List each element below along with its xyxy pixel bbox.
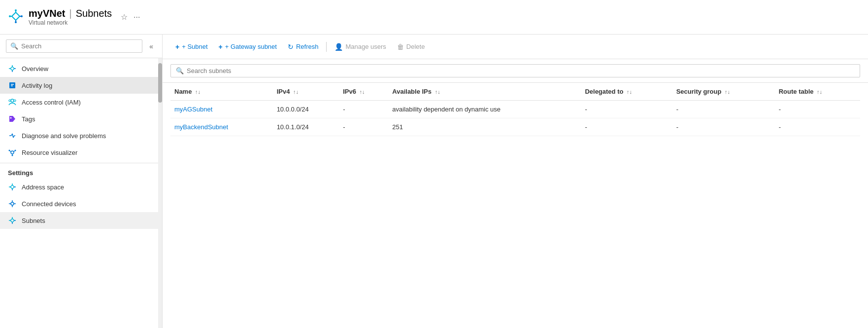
svg-point-21 <box>10 117 12 119</box>
col-security-group[interactable]: Security group ↑↓ <box>672 83 775 101</box>
manage-users-button[interactable]: 👤 Manage users <box>330 40 391 53</box>
sidebar-item-label-activity-log: Activity log <box>22 82 52 89</box>
favorite-button[interactable]: ☆ <box>119 10 130 24</box>
sidebar-item-label-visualizer: Resource visualizer <box>22 149 77 156</box>
svg-marker-34 <box>10 185 14 189</box>
header-separator: | <box>69 8 71 19</box>
subnets-icon <box>8 216 17 225</box>
row1-delegated-to: - <box>581 101 672 118</box>
row1-name-link[interactable]: myAGSubnet <box>174 106 212 113</box>
azure-logo <box>8 8 24 26</box>
row2-name[interactable]: myBackendSubnet <box>170 118 273 136</box>
sidebar-item-subnets[interactable]: Subnets <box>0 212 162 229</box>
refresh-button[interactable]: ↻ Refresh <box>283 40 324 53</box>
table-header-row: Name ↑↓ IPv4 ↑↓ IPv6 ↑↓ Available IPs <box>170 83 860 101</box>
svg-point-39 <box>11 202 14 205</box>
subnets-table: Name ↑↓ IPv4 ↑↓ IPv6 ↑↓ Available IPs <box>170 83 860 136</box>
sidebar: 🔍 « Overview Activity log <box>0 35 163 328</box>
search-subnets-box[interactable]: 🔍 <box>170 64 860 77</box>
svg-point-6 <box>21 15 23 17</box>
col-available-ips-sort: ↑↓ <box>435 89 440 95</box>
col-ipv4[interactable]: IPv4 ↑↓ <box>273 83 339 101</box>
sidebar-item-activity-log[interactable]: Activity log <box>0 77 162 94</box>
sidebar-search-input[interactable] <box>21 42 138 50</box>
delete-icon: 🗑 <box>397 43 404 51</box>
svg-point-7 <box>15 9 17 11</box>
col-route-table-sort: ↑↓ <box>817 89 822 95</box>
main-layout: 🔍 « Overview Activity log <box>0 35 868 328</box>
svg-marker-9 <box>10 67 14 71</box>
row2-name-link[interactable]: myBackendSubnet <box>174 123 228 131</box>
sidebar-item-label-iam: Access control (IAM) <box>22 99 81 106</box>
search-input-box[interactable]: 🔍 <box>6 39 142 53</box>
svg-point-8 <box>15 21 17 23</box>
col-route-table-label: Route table <box>779 88 814 95</box>
add-subnet-label: + Subnet <box>182 43 207 50</box>
sidebar-item-overview[interactable]: Overview <box>0 60 162 77</box>
overview-icon <box>8 64 17 73</box>
col-available-ips-label: Available IPs <box>392 88 432 95</box>
resource-type: Virtual network <box>29 19 112 26</box>
row1-available-ips: availability dependent on dynamic use <box>388 101 581 118</box>
add-gateway-subnet-button[interactable]: + + Gateway subnet <box>214 40 282 53</box>
sidebar-item-label-address-space: Address space <box>22 183 64 191</box>
scroll-thumb[interactable] <box>158 63 162 103</box>
col-available-ips[interactable]: Available IPs ↑↓ <box>388 83 581 101</box>
refresh-icon: ↻ <box>288 43 294 51</box>
add-subnet-button[interactable]: + + Subnet <box>170 40 213 53</box>
manage-users-icon: 👤 <box>334 43 343 51</box>
col-name-sort: ↑↓ <box>195 89 200 95</box>
col-ipv6-sort: ↑↓ <box>360 89 365 95</box>
col-security-group-sort: ↑↓ <box>725 89 730 95</box>
table-row: myAGSubnet 10.0.0.0/24 - availability de… <box>170 101 860 118</box>
toolbar-separator-1 <box>326 42 327 52</box>
scroll-track <box>158 58 162 328</box>
sidebar-item-label-overview: Overview <box>22 65 48 73</box>
row2-ipv4: 10.0.1.0/24 <box>273 118 339 136</box>
sidebar-item-resource-visualizer[interactable]: Resource visualizer <box>0 144 162 161</box>
search-subnets-input[interactable] <box>187 67 855 74</box>
sidebar-item-label-diagnose: Diagnose and solve problems <box>22 132 106 140</box>
sidebar-item-label-connected-devices: Connected devices <box>22 200 76 208</box>
row2-security-group: - <box>672 118 775 136</box>
delete-button[interactable]: 🗑 Delete <box>392 40 430 53</box>
visualizer-icon <box>8 148 17 157</box>
col-delegated-to[interactable]: Delegated to ↑↓ <box>581 83 672 101</box>
manage-users-label: Manage users <box>345 43 386 50</box>
sidebar-item-address-space[interactable]: Address space <box>0 179 162 195</box>
iam-icon <box>8 98 17 107</box>
connected-devices-icon <box>8 199 17 208</box>
sidebar-item-diagnose[interactable]: Diagnose and solve problems <box>0 127 162 144</box>
row1-route-table: - <box>775 101 860 118</box>
sidebar-item-connected-devices[interactable]: Connected devices <box>0 195 162 212</box>
sidebar-item-tags[interactable]: Tags <box>0 110 162 127</box>
refresh-label: Refresh <box>296 43 319 50</box>
col-name[interactable]: Name ↑↓ <box>170 83 273 101</box>
col-ipv4-sort: ↑↓ <box>293 89 299 95</box>
sidebar-collapse-button[interactable]: « <box>146 41 156 51</box>
toolbar: + + Subnet + + Gateway subnet ↻ Refresh … <box>163 35 868 59</box>
sidebar-item-access-control[interactable]: Access control (IAM) <box>0 94 162 110</box>
add-gateway-icon: + <box>219 43 223 51</box>
table-row: myBackendSubnet 10.0.1.0/24 - 251 - - - <box>170 118 860 136</box>
more-options-button[interactable]: ··· <box>132 11 142 24</box>
sidebar-item-label-subnets: Subnets <box>22 217 45 224</box>
col-ipv6-label: IPv6 <box>343 88 356 95</box>
add-gateway-label: + Gateway subnet <box>225 43 277 50</box>
add-subnet-icon: + <box>175 43 179 51</box>
col-ipv6[interactable]: IPv6 ↑↓ <box>339 83 388 101</box>
row1-ipv4: 10.0.0.0/24 <box>273 101 339 118</box>
diagnose-icon <box>8 131 17 140</box>
col-security-group-label: Security group <box>676 88 722 95</box>
row1-security-group: - <box>672 101 775 118</box>
row2-delegated-to: - <box>581 118 672 136</box>
row1-name[interactable]: myAGSubnet <box>170 101 273 118</box>
col-route-table[interactable]: Route table ↑↓ <box>775 83 860 101</box>
col-name-label: Name <box>174 88 192 95</box>
content-search: 🔍 <box>163 59 868 83</box>
delete-label: Delete <box>406 43 425 50</box>
search-subnets-icon: 🔍 <box>176 67 184 74</box>
address-space-icon <box>8 182 17 191</box>
row2-available-ips: 251 <box>388 118 581 136</box>
svg-marker-0 <box>12 12 20 20</box>
